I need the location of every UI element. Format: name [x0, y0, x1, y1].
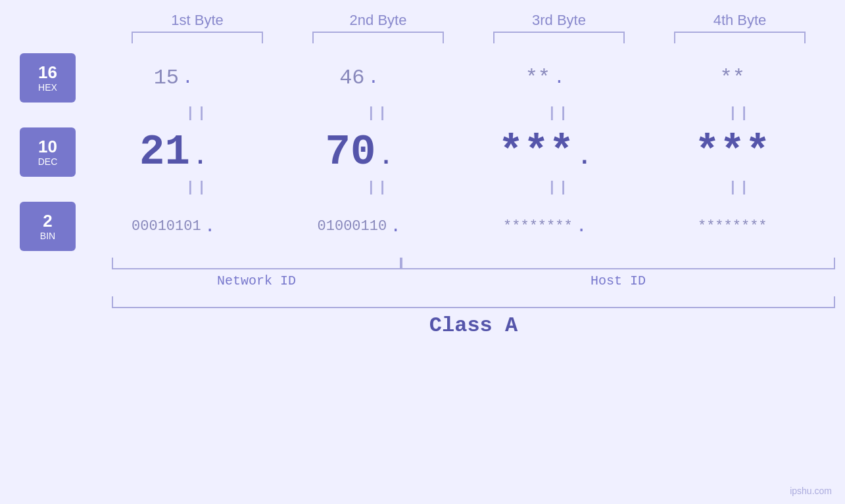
main-container: 1st Byte 2nd Byte 3rd Byte 4th Byte 16 H…	[0, 0, 845, 504]
eq1-b2: ||	[306, 105, 450, 122]
eq1-b4: ||	[667, 105, 812, 122]
dec-dot1: .	[193, 144, 208, 176]
bin-row: 2 BIN 00010101 . 01000110 . ******** . *…	[0, 202, 845, 251]
dec-b3-value: ***	[498, 129, 574, 176]
hex-dot1: .	[182, 68, 193, 88]
hex-b4-value: **	[720, 66, 745, 90]
bin-dot1: .	[205, 216, 216, 237]
eq2-b2: ||	[306, 179, 450, 196]
dec-byte1: 21 .	[103, 129, 247, 176]
hex-bytes: 15 . 46 . ** . **	[76, 66, 832, 90]
bin-b1-value: 00010101	[132, 218, 201, 235]
equals-row-2: || || || ||	[107, 177, 831, 198]
id-labels-row: Network ID Host ID	[112, 273, 835, 288]
bracket-byte4	[674, 32, 806, 43]
bin-b3-value: ********	[503, 218, 573, 235]
equals-row-1: || || || ||	[107, 103, 831, 124]
hex-b3-value: **	[525, 66, 550, 90]
class-label: Class A	[429, 313, 518, 338]
dec-b2-value: 70	[326, 129, 376, 176]
byte2-header: 2nd Byte	[306, 12, 450, 29]
dec-badge: 10 DEC	[20, 127, 76, 177]
dec-b4-value: ***	[694, 129, 770, 176]
bracket-byte2	[312, 32, 444, 43]
eq1-b3: ||	[487, 105, 631, 122]
byte4-header: 4th Byte	[667, 12, 812, 29]
network-bracket	[112, 258, 401, 269]
hex-badge-number: 16	[38, 63, 57, 82]
bottom-bracket-row	[112, 258, 835, 269]
host-bracket	[401, 258, 835, 269]
eq1-b1: ||	[125, 105, 270, 122]
eq2-b1: ||	[125, 179, 270, 196]
dec-b1-value: 21	[139, 129, 190, 176]
eq2-b3: ||	[487, 179, 631, 196]
byte1-header: 1st Byte	[125, 12, 270, 29]
class-bracket	[112, 296, 835, 308]
bin-dot3: .	[576, 216, 587, 237]
hex-badge-label: HEX	[38, 82, 57, 93]
bin-badge: 2 BIN	[20, 202, 76, 251]
hex-b2-value: 46	[339, 66, 364, 90]
bin-byte2: 01000110 .	[289, 216, 433, 237]
dec-dot2: .	[379, 144, 393, 176]
dec-bytes: 21 . 70 . *** . ***	[76, 129, 832, 176]
bin-b2-value: 01000110	[318, 218, 387, 235]
dec-row: 10 DEC 21 . 70 . *** . ***	[0, 127, 845, 177]
bracket-byte3	[493, 32, 625, 43]
hex-dot2: .	[368, 68, 379, 88]
hex-byte3: ** .	[474, 66, 619, 90]
bracket-byte1	[132, 32, 263, 43]
bin-badge-number: 2	[43, 212, 52, 231]
byte-headers: 1st Byte 2nd Byte 3rd Byte 4th Byte	[107, 0, 831, 29]
class-bracket-row	[112, 296, 835, 308]
hex-badge: 16 HEX	[20, 53, 76, 103]
dec-badge-label: DEC	[38, 156, 58, 167]
eq2-b4: ||	[667, 179, 812, 196]
class-label-row: Class A	[112, 313, 835, 338]
hex-row: 16 HEX 15 . 46 . ** . **	[0, 53, 845, 103]
bin-dot2: .	[390, 216, 401, 237]
top-bracket-row	[107, 32, 831, 43]
bin-bytes: 00010101 . 01000110 . ******** . *******…	[76, 216, 832, 237]
dec-byte4: ***	[660, 129, 805, 176]
hex-b1-value: 15	[154, 66, 179, 90]
watermark: ipshu.com	[790, 486, 832, 496]
bin-byte3: ******** .	[474, 216, 619, 237]
bin-byte4: ********	[660, 218, 805, 235]
dec-byte3: *** .	[474, 129, 619, 176]
byte3-header: 3rd Byte	[487, 12, 631, 29]
dec-byte2: 70 .	[289, 129, 433, 176]
hex-byte1: 15 .	[103, 66, 247, 90]
dec-badge-number: 10	[38, 137, 57, 156]
hex-byte2: 46 .	[289, 66, 433, 90]
bin-b4-value: ********	[698, 218, 767, 235]
dec-dot3: .	[577, 144, 592, 176]
network-id-label: Network ID	[112, 273, 401, 288]
hex-dot3: .	[554, 68, 565, 88]
host-id-label: Host ID	[401, 273, 835, 288]
bin-byte1: 00010101 .	[103, 216, 247, 237]
hex-byte4: **	[660, 66, 805, 90]
bin-badge-label: BIN	[40, 231, 55, 241]
